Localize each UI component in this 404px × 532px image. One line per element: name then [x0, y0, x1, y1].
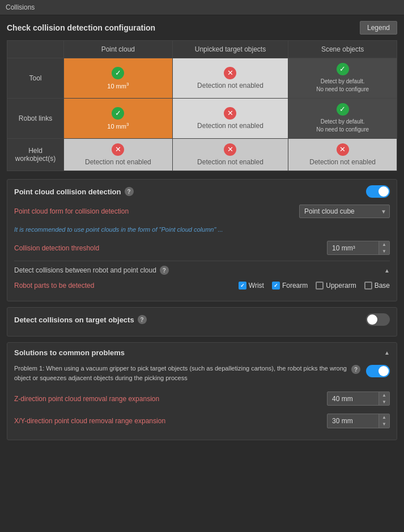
point-cloud-form-row: Point cloud form for collision detection… — [14, 202, 390, 220]
problem1-text: Problem 1: When using a vacuum gripper t… — [14, 364, 348, 382]
z-direction-input[interactable] — [328, 393, 379, 405]
xy-direction-input-wrapper: ▲ ▼ — [327, 414, 390, 428]
solutions-title: Solutions to common problems — [14, 348, 125, 357]
table-row: Heldworkobject(s) ✕ Detection not enable… — [7, 139, 397, 171]
upperarm-checkbox-box — [316, 282, 324, 290]
checkbox-base[interactable]: Base — [364, 282, 390, 290]
xy-spinner-down[interactable]: ▼ — [379, 421, 389, 428]
z-direction-spinner: ▲ ▼ — [379, 392, 389, 405]
problem1-toggle[interactable] — [366, 365, 390, 377]
title-bar: Collisions — [0, 0, 404, 15]
table-row: Robot links ✓ 10 mm3 ✕ Detection not ena… — [7, 99, 397, 139]
check-icon: ✓ — [112, 67, 124, 79]
col-header-point-cloud: Point cloud — [64, 41, 173, 58]
xy-direction-spinner: ▲ ▼ — [379, 414, 389, 427]
base-checkbox-box — [364, 282, 372, 290]
page-title: Check collision detection configuration — [7, 23, 155, 32]
z-direction-label: Z-direction point cloud removal range ex… — [14, 395, 159, 403]
xy-direction-input[interactable] — [328, 415, 379, 427]
held-scene-cell: ✕ Detection not enabled — [288, 139, 397, 171]
z-direction-row: Z-direction point cloud removal range ex… — [14, 389, 390, 408]
check-icon: ✓ — [337, 63, 349, 75]
target-objects-toggle[interactable] — [366, 313, 390, 326]
held-pc-text: Detection not enabled — [85, 158, 151, 166]
x-icon: ✕ — [112, 143, 124, 156]
held-unpicked-cell: ✕ Detection not enabled — [172, 139, 288, 171]
xy-direction-label: X/Y-direction point cloud removal range … — [14, 417, 165, 425]
base-label: Base — [375, 282, 390, 290]
checkbox-group: ✓ Wrist ✓ Forearm U — [239, 282, 390, 290]
threshold-input[interactable] — [328, 242, 379, 254]
recommend-row: It is recommended to use point clouds in… — [14, 224, 390, 235]
threshold-spinner: ▲ ▼ — [379, 241, 389, 254]
robot-scene-cell: ✓ Detect by default.No need to configure — [288, 99, 397, 139]
forearm-check-mark: ✓ — [274, 283, 278, 288]
target-objects-title: Detect collisions on target objects — [14, 316, 134, 324]
legend-button[interactable]: Legend — [360, 21, 397, 35]
held-unpicked-text: Detection not enabled — [197, 158, 263, 166]
wrist-check-mark: ✓ — [240, 283, 245, 288]
col-header-scene: Scene objects — [288, 41, 397, 58]
spinner-up[interactable]: ▲ — [379, 241, 389, 248]
threshold-input-wrapper: ▲ ▼ — [327, 241, 390, 255]
point-cloud-form-label: Point cloud form for collision detection — [14, 207, 129, 215]
held-scene-text: Detection not enabled — [309, 158, 376, 166]
help-icon-target[interactable]: ? — [138, 315, 147, 324]
tool-scene-cell: ✓ Detect by default.No need to configure — [288, 58, 397, 99]
help-icon-problem1[interactable]: ? — [351, 365, 360, 374]
z-direction-input-wrapper: ▲ ▼ — [327, 391, 390, 406]
sub-title-text: Detect collisions between robot and poin… — [14, 266, 156, 274]
point-cloud-toggle[interactable] — [366, 185, 390, 198]
robot-unpicked-cell: ✕ Detection not enabled — [172, 99, 288, 139]
point-cloud-select-wrapper: Point cloud cube Point cloud column ▼ — [299, 205, 390, 218]
table-row: Tool ✓ 10 mm3 ✕ Detection not enabled ✓ — [7, 58, 397, 99]
z-spinner-up[interactable]: ▲ — [379, 392, 389, 399]
upperarm-label: Upperarm — [326, 282, 356, 290]
point-cloud-title: Point cloud collision detection — [14, 188, 121, 196]
x-icon: ✕ — [337, 143, 349, 156]
detection-table: Point cloud Unpicked target objects Scen… — [7, 40, 397, 171]
forearm-checkbox-box: ✓ — [272, 282, 280, 290]
held-point-cloud-cell: ✕ Detection not enabled — [64, 139, 173, 171]
problem1-row: Problem 1: When using a vacuum gripper t… — [14, 361, 390, 385]
x-icon: ✕ — [224, 143, 236, 156]
tool-unpicked-cell: ✕ Detection not enabled — [172, 58, 288, 99]
robot-mm3: 10 mm3 — [107, 122, 129, 130]
x-icon: ✕ — [224, 107, 236, 120]
solutions-collapse-icon[interactable]: ▲ — [384, 350, 390, 356]
check-icon: ✓ — [112, 107, 124, 120]
checkbox-upperarm[interactable]: Upperarm — [316, 282, 356, 290]
robot-point-cloud-sub: Detect collisions between robot and poin… — [14, 261, 390, 292]
forearm-label: Forearm — [282, 282, 308, 290]
tool-mm3: 10 mm3 — [107, 82, 129, 90]
robot-point-cloud-cell: ✓ 10 mm3 — [64, 99, 173, 139]
x-icon: ✕ — [224, 67, 236, 79]
row-header-robot: Robot links — [7, 99, 64, 139]
threshold-label: Collision detection threshold — [14, 244, 99, 252]
help-icon[interactable]: ? — [125, 187, 134, 196]
recommend-text: It is recommended to use point clouds in… — [14, 226, 223, 233]
check-icon: ✓ — [337, 103, 349, 116]
robot-unpicked-text: Detection not enabled — [197, 122, 263, 130]
spinner-down[interactable]: ▼ — [379, 248, 389, 255]
row-header-tool: Tool — [7, 58, 64, 99]
threshold-row: Collision detection threshold ▲ ▼ — [14, 239, 390, 257]
target-objects-panel: Detect collisions on target objects ? — [7, 307, 397, 337]
checkbox-forearm[interactable]: ✓ Forearm — [272, 282, 308, 290]
collapse-icon[interactable]: ▲ — [384, 267, 390, 274]
tool-unpicked-text: Detection not enabled — [197, 82, 263, 90]
col-header-unpicked: Unpicked target objects — [172, 41, 288, 58]
xy-spinner-up[interactable]: ▲ — [379, 414, 389, 421]
point-cloud-panel: Point cloud collision detection ? Point … — [7, 179, 397, 301]
solutions-panel: Solutions to common problems ▲ Problem 1… — [7, 342, 397, 440]
xy-direction-row: X/Y-direction point cloud removal range … — [14, 411, 390, 430]
wrist-label: Wrist — [249, 282, 264, 290]
checkbox-wrist[interactable]: ✓ Wrist — [239, 282, 264, 290]
z-spinner-down[interactable]: ▼ — [379, 399, 389, 406]
robot-parts-label: Robot parts to be detected — [14, 282, 94, 290]
robot-scene-note: Detect by default.No need to configure — [316, 118, 369, 134]
table-corner — [7, 41, 64, 58]
help-icon-sub[interactable]: ? — [160, 266, 169, 275]
point-cloud-select[interactable]: Point cloud cube Point cloud column — [299, 205, 390, 218]
row-header-held: Heldworkobject(s) — [7, 139, 64, 171]
